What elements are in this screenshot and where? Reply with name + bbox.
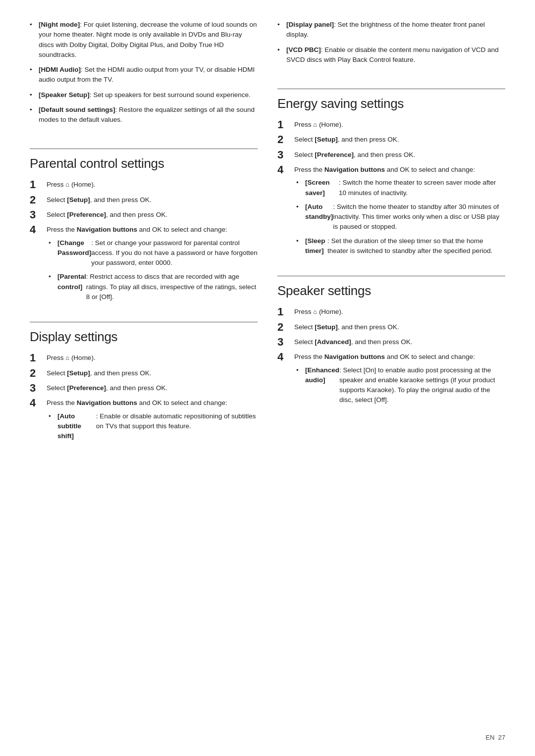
display-step-num-4: 4 bbox=[30, 397, 44, 409]
speaker-step-num-4: 4 bbox=[277, 351, 291, 363]
bullet-vcd-pbc: [VCD PBC]: Enable or disable the content… bbox=[277, 45, 505, 65]
energy-sub-bullet-sleeptimer: [Sleep timer]: Set the duration of the s… bbox=[294, 236, 505, 256]
energy-step-text-4: Press the Navigation buttons and OK to s… bbox=[294, 163, 505, 260]
speaker-step-4: 4 Press the Navigation buttons and OK to… bbox=[277, 351, 505, 409]
display-step-2: 2 Select [Setup], and then press OK. bbox=[30, 367, 258, 380]
speaker-step-1: 1 Press ⌂ (Home). bbox=[277, 305, 505, 318]
page-number: 27 bbox=[498, 734, 505, 741]
home-icon-2: ⌂ bbox=[65, 353, 69, 363]
two-column-layout: [Night mode]: For quiet listening, decre… bbox=[30, 20, 505, 726]
energy-sub-label-autostandby: [Auto standby] bbox=[305, 202, 333, 222]
bullet-label-night-mode: [Night mode] bbox=[39, 21, 80, 28]
page-container: [Night mode]: For quiet listening, decre… bbox=[0, 0, 535, 756]
energy-steps: 1 Press ⌂ (Home). 2 Select [Setup], and … bbox=[277, 118, 505, 262]
speaker-step-text-1: Press ⌂ (Home). bbox=[294, 305, 505, 317]
bullet-text-speaker-setup: : Set up speakers for best surround soun… bbox=[90, 91, 251, 99]
bullet-label-hdmi-audio: [HDMI Audio] bbox=[39, 66, 81, 73]
energy-sub-bullet-autostandby: [Auto standby]: Switch the home theater … bbox=[294, 202, 505, 232]
energy-step-num-1: 1 bbox=[277, 118, 291, 131]
parental-step-text-1: Press ⌂ (Home). bbox=[47, 178, 258, 190]
divider-parental bbox=[30, 149, 258, 149]
bullet-default-sound: [Default sound settings]: Restore the eq… bbox=[30, 105, 258, 125]
speaker-step-num-2: 2 bbox=[277, 321, 291, 334]
parental-sub-label-control: [Parental control] bbox=[57, 272, 86, 292]
parental-sub-bullets: [Change Password]: Set or change your pa… bbox=[47, 238, 258, 302]
bullet-label-display-panel: [Display panel] bbox=[286, 21, 334, 28]
home-icon-1: ⌂ bbox=[65, 180, 69, 190]
energy-step-num-3: 3 bbox=[277, 149, 291, 161]
bullet-speaker-setup: [Speaker Setup]: Set up speakers for bes… bbox=[30, 90, 258, 100]
parental-step-3: 3 Select [Preference], and then press OK… bbox=[30, 208, 258, 221]
page-label: EN bbox=[485, 734, 494, 741]
home-icon-3: ⌂ bbox=[313, 120, 317, 130]
parental-sub-bullet-control: [Parental control]: Restrict access to d… bbox=[47, 272, 258, 302]
display-step-text-3: Select [Preference], and then press OK. bbox=[47, 382, 258, 393]
energy-sub-bullets: [Screen saver]: Switch the home theater … bbox=[294, 178, 505, 256]
parental-step-num-4: 4 bbox=[30, 223, 44, 236]
top-bullet-list-left: [Night mode]: For quiet listening, decre… bbox=[30, 20, 258, 130]
speaker-section-heading: Speaker settings bbox=[277, 283, 505, 299]
home-icon-4: ⌂ bbox=[313, 307, 317, 317]
parental-step-4: 4 Press the Navigation buttons and OK to… bbox=[30, 223, 258, 306]
speaker-step-text-2: Select [Setup], and then press OK. bbox=[294, 321, 505, 332]
display-sub-bullets: [Auto subtitle shift]: Enable or disable… bbox=[47, 411, 258, 442]
parental-sub-bullet-password: [Change Password]: Set or change your pa… bbox=[47, 238, 258, 268]
top-bullet-list-right: [Display panel]: Set the brightness of t… bbox=[277, 20, 505, 70]
parental-step-num-2: 2 bbox=[30, 194, 44, 206]
display-step-num-2: 2 bbox=[30, 367, 44, 380]
display-step-text-1: Press ⌂ (Home). bbox=[47, 352, 258, 363]
speaker-step-text-4: Press the Navigation buttons and OK to s… bbox=[294, 351, 505, 409]
energy-section-heading: Energy saving settings bbox=[277, 96, 505, 111]
display-sub-label-subtitle: [Auto subtitle shift] bbox=[57, 411, 96, 442]
divider-energy bbox=[277, 89, 505, 89]
bullet-hdmi-audio: [HDMI Audio]: Set the HDMI audio output … bbox=[30, 65, 258, 85]
parental-step-num-1: 1 bbox=[30, 178, 44, 191]
speaker-step-2: 2 Select [Setup], and then press OK. bbox=[277, 321, 505, 334]
energy-step-1: 1 Press ⌂ (Home). bbox=[277, 118, 505, 131]
energy-sub-bullet-screensaver: [Screen saver]: Switch the home theater … bbox=[294, 178, 505, 198]
divider-speaker bbox=[277, 276, 505, 276]
display-step-1: 1 Press ⌂ (Home). bbox=[30, 352, 258, 364]
parental-sub-label-password: [Change Password] bbox=[57, 238, 91, 258]
display-step-3: 3 Select [Preference], and then press OK… bbox=[30, 382, 258, 395]
speaker-step-3: 3 Select [Advanced], and then press OK. bbox=[277, 336, 505, 349]
bullet-display-panel: [Display panel]: Set the brightness of t… bbox=[277, 20, 505, 40]
page-footer: EN 27 bbox=[485, 734, 505, 741]
energy-step-2: 2 Select [Setup], and then press OK. bbox=[277, 133, 505, 146]
parental-steps: 1 Press ⌂ (Home). 2 Select [Setup], and … bbox=[30, 178, 258, 308]
speaker-step-text-3: Select [Advanced], and then press OK. bbox=[294, 336, 505, 347]
display-step-4: 4 Press the Navigation buttons and OK to… bbox=[30, 397, 258, 445]
energy-step-num-4: 4 bbox=[277, 163, 291, 176]
speaker-step-num-1: 1 bbox=[277, 305, 291, 318]
parental-step-text-3: Select [Preference], and then press OK. bbox=[47, 208, 258, 220]
parental-step-2: 2 Select [Setup], and then press OK. bbox=[30, 194, 258, 206]
display-steps: 1 Press ⌂ (Home). 2 Select [Setup], and … bbox=[30, 352, 258, 447]
speaker-step-num-3: 3 bbox=[277, 336, 291, 349]
speaker-sub-bullet-enhanced: [Enhanced audio]: Select [On] to enable … bbox=[294, 365, 505, 405]
speaker-sub-label-enhanced: [Enhanced audio] bbox=[305, 365, 339, 386]
energy-sub-label-sleeptimer: [Sleep timer] bbox=[305, 236, 327, 256]
display-step-text-2: Select [Setup], and then press OK. bbox=[47, 367, 258, 378]
bullet-night-mode: [Night mode]: For quiet listening, decre… bbox=[30, 20, 258, 60]
energy-step-num-2: 2 bbox=[277, 133, 291, 146]
display-sub-bullet-subtitle: [Auto subtitle shift]: Enable or disable… bbox=[47, 411, 258, 442]
bullet-label-default-sound: [Default sound settings] bbox=[39, 106, 115, 113]
divider-display bbox=[30, 322, 258, 322]
energy-step-3: 3 Select [Preference], and then press OK… bbox=[277, 149, 505, 161]
parental-step-num-3: 3 bbox=[30, 208, 44, 221]
speaker-sub-bullets: [Enhanced audio]: Select [On] to enable … bbox=[294, 365, 505, 405]
energy-step-text-3: Select [Preference], and then press OK. bbox=[294, 149, 505, 160]
energy-step-text-1: Press ⌂ (Home). bbox=[294, 118, 505, 130]
right-column: [Display panel]: Set the brightness of t… bbox=[277, 20, 505, 726]
left-column: [Night mode]: For quiet listening, decre… bbox=[30, 20, 258, 726]
display-step-num-1: 1 bbox=[30, 352, 44, 364]
parental-step-1: 1 Press ⌂ (Home). bbox=[30, 178, 258, 191]
bullet-label-vcd-pbc: [VCD PBC] bbox=[286, 46, 321, 53]
energy-sub-label-screensaver: [Screen saver] bbox=[305, 178, 339, 198]
display-step-num-3: 3 bbox=[30, 382, 44, 395]
energy-step-text-2: Select [Setup], and then press OK. bbox=[294, 133, 505, 145]
display-step-text-4: Press the Navigation buttons and OK to s… bbox=[47, 397, 258, 445]
parental-section-heading: Parental control settings bbox=[30, 156, 258, 171]
display-section-heading: Display settings bbox=[30, 329, 258, 345]
parental-step-text-2: Select [Setup], and then press OK. bbox=[47, 194, 258, 205]
